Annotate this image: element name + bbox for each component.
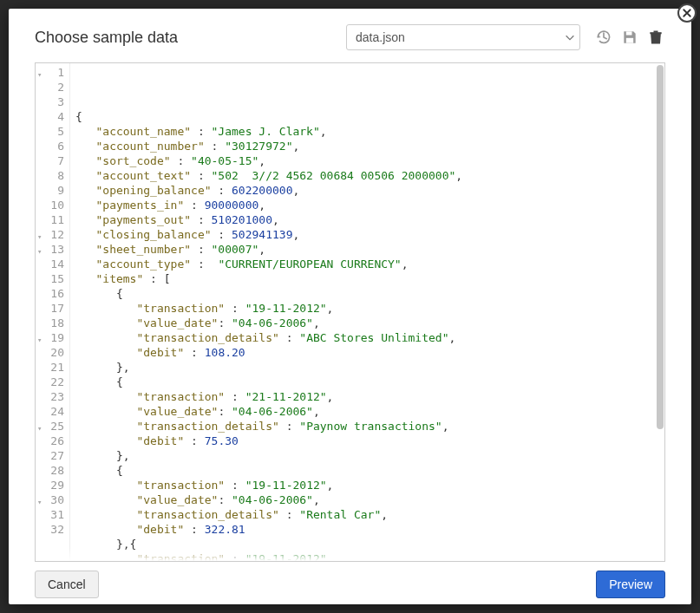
gutter-line: 31 — [36, 507, 69, 522]
svg-rect-0 — [626, 31, 632, 35]
dialog-footer: Cancel Preview — [9, 565, 691, 610]
code-line[interactable]: "transaction_details" : "Rental Car", — [75, 507, 664, 522]
gutter-line: 10 — [36, 198, 69, 212]
code-line[interactable]: "value_date": "04-06-2006", — [75, 316, 664, 330]
gutter-line: 6 — [36, 139, 69, 153]
svg-rect-1 — [626, 38, 633, 43]
gutter-line: 12▾ — [36, 227, 69, 242]
code-line[interactable]: "transaction" : "19-11-2012", — [75, 301, 664, 316]
code-line[interactable]: "account_type" : "CURRENT/EUROPEAN CURRE… — [75, 257, 664, 271]
history-button[interactable] — [594, 28, 613, 47]
close-button[interactable] — [677, 3, 697, 23]
code-line[interactable]: "value_date": "04-06-2006", — [75, 404, 664, 419]
code-line[interactable]: { — [75, 286, 664, 301]
gutter-line: 24 — [36, 404, 69, 419]
code-line[interactable]: "sheet_number" : "00007", — [75, 242, 664, 257]
code-line[interactable]: "account_text" : "502 3//2 4562 00684 00… — [75, 168, 664, 183]
preview-button[interactable]: Preview — [596, 571, 665, 598]
code-editor[interactable]: 1▾23456789101112▾13▾141516171819▾2021222… — [35, 62, 665, 562]
code-line[interactable]: "transaction_details" : "ABC Stores Unli… — [75, 330, 664, 345]
code-line[interactable]: "value_date": "04-06-2006", — [75, 492, 664, 507]
dialog-header: Choose sample data data.json — [9, 9, 691, 57]
history-icon — [595, 29, 612, 46]
gutter-line: 13▾ — [36, 242, 69, 257]
cancel-button[interactable]: Cancel — [35, 571, 99, 598]
gutter-line: 29 — [36, 478, 69, 492]
trash-icon — [647, 29, 664, 46]
gutter-line: 3 — [36, 95, 69, 109]
gutter-line: 4 — [36, 109, 69, 124]
gutter-line: 2 — [36, 80, 69, 95]
code-line[interactable]: },{ — [75, 537, 664, 551]
code-line[interactable]: "payments_out" : 510201000, — [75, 212, 664, 227]
gutter-line: 18 — [36, 316, 69, 330]
gutter-line: 15 — [36, 271, 69, 286]
gutter-line: 11 — [36, 212, 69, 227]
gutter-line: 1▾ — [36, 65, 69, 80]
gutter-line: 22 — [36, 375, 69, 389]
editor-scrollbar-thumb[interactable] — [657, 65, 664, 429]
delete-button[interactable] — [646, 28, 665, 47]
code-line[interactable]: "items" : [ — [75, 271, 664, 286]
code-line[interactable]: { — [75, 463, 664, 478]
code-line[interactable]: "account_name" : "James J. Clark", — [75, 124, 664, 139]
code-line[interactable]: "account_number" : "30127972", — [75, 139, 664, 153]
chevron-down-icon — [564, 31, 576, 43]
svg-rect-3 — [654, 31, 658, 33]
code-line[interactable]: }, — [75, 360, 664, 375]
code-line[interactable]: "debit" : 322.81 — [75, 522, 664, 537]
gutter-line: 28 — [36, 463, 69, 478]
code-line[interactable]: "debit" : 108.20 — [75, 345, 664, 360]
save-button[interactable] — [620, 28, 639, 47]
gutter-line: 23 — [36, 389, 69, 404]
code-line[interactable]: "transaction_details" : "Paynow transact… — [75, 419, 664, 434]
gutter-line: 26 — [36, 434, 69, 448]
code-line[interactable]: "transaction" : "19-11-2012", — [75, 551, 664, 561]
gutter-line: 9 — [36, 183, 69, 198]
code-line[interactable]: "sort_code" : "40-05-15", — [75, 153, 664, 168]
code-line[interactable]: }, — [75, 448, 664, 463]
dialog-title: Choose sample data — [35, 29, 178, 47]
gutter-line: 27 — [36, 448, 69, 463]
editor-gutter: 1▾23456789101112▾13▾141516171819▾2021222… — [36, 63, 70, 561]
code-line[interactable]: "transaction" : "19-11-2012", — [75, 478, 664, 492]
gutter-line: 8 — [36, 168, 69, 183]
gutter-line: 14 — [36, 257, 69, 271]
sample-data-dialog: Choose sample data data.json — [9, 9, 691, 604]
file-select-value: data.json — [356, 30, 564, 44]
editor-code-area[interactable]: { "account_name" : "James J. Clark", "ac… — [70, 63, 664, 561]
code-line[interactable]: "closing_balance" : 502941139, — [75, 227, 664, 242]
code-line[interactable]: "opening_balance" : 602200000, — [75, 183, 664, 198]
gutter-line: 25▾ — [36, 419, 69, 434]
gutter-line: 17 — [36, 301, 69, 316]
gutter-line: 21 — [36, 360, 69, 375]
code-line[interactable]: "payments_in" : 90000000, — [75, 198, 664, 212]
gutter-line: 5 — [36, 124, 69, 139]
code-line[interactable]: { — [75, 109, 664, 124]
code-line[interactable]: { — [75, 375, 664, 389]
gutter-line: 7 — [36, 153, 69, 168]
gutter-line: 30▾ — [36, 492, 69, 507]
gutter-line: 20 — [36, 345, 69, 360]
code-line[interactable]: "debit" : 75.30 — [75, 434, 664, 448]
gutter-line: 16 — [36, 286, 69, 301]
code-line[interactable]: "transaction" : "21-11-2012", — [75, 389, 664, 404]
file-select[interactable]: data.json — [346, 24, 580, 50]
close-icon — [682, 8, 692, 18]
gutter-line: 32 — [36, 522, 69, 537]
save-icon — [621, 29, 638, 46]
gutter-line: 19▾ — [36, 330, 69, 345]
